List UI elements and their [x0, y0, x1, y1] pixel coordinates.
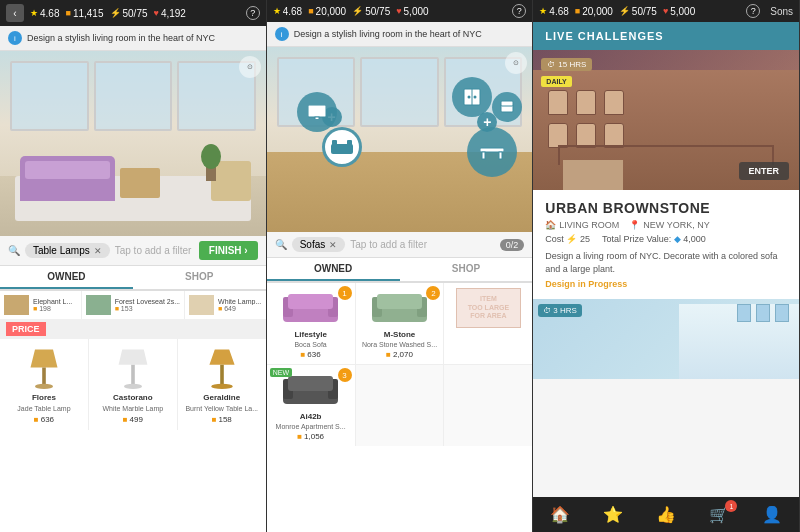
- star-icon: ★: [30, 8, 38, 18]
- shop-section-1: PRICE Flores Jade Table Lamp ■ 636: [0, 319, 266, 532]
- room-table: [120, 168, 160, 198]
- challenge-image-1[interactable]: ⏱ 15 HRS DAILY ENTER: [533, 50, 799, 190]
- back-button[interactable]: ‹: [6, 4, 24, 22]
- chair-selector[interactable]: [492, 92, 522, 122]
- item-price: ■ 649: [218, 305, 262, 312]
- watermark: ⊙: [239, 56, 261, 78]
- owned-row: Elephant L... ■ 198 Forest Loveseat 2s..…: [0, 291, 266, 319]
- item-image: [103, 345, 163, 390]
- challenge-timer-1: ⏱ 15 HRS: [541, 58, 592, 71]
- svg-marker-0: [30, 350, 57, 368]
- item-subname: Boca Sofa: [294, 341, 326, 348]
- nav-item-like[interactable]: 👍: [640, 501, 693, 528]
- help-icon[interactable]: ?: [746, 4, 760, 18]
- heart-icon: ♥: [663, 6, 668, 16]
- challenge-card-2[interactable]: ⏱ 3 HRS: [533, 299, 799, 379]
- topbar-1: ‹ ★ 4.68 ■ 11,415 ⚡ 50/75 ♥ 4,192 ?: [0, 0, 266, 26]
- nav-item-profile[interactable]: 👤: [746, 501, 799, 528]
- profile-icon: 👤: [762, 505, 782, 524]
- live-challenges-header: LIVE CHALLENGES: [533, 22, 799, 50]
- building-windows: [548, 90, 784, 148]
- svg-rect-10: [332, 140, 337, 148]
- coin-icon: ■: [65, 8, 70, 18]
- sofa-item-too-large[interactable]: ITEMTOO LARGEFOR AREA: [444, 283, 532, 364]
- window-row: [548, 90, 784, 115]
- finish-button[interactable]: FINISH ›: [199, 241, 258, 260]
- tv-selector[interactable]: [297, 92, 337, 132]
- stat-stars: ★ 4.68: [539, 6, 568, 17]
- star-icon: ★: [539, 6, 547, 16]
- list-item[interactable]: Elephant L... ■ 198: [0, 291, 81, 319]
- item-name: M-Stone: [384, 330, 416, 339]
- location: 📍 NEW YORK, NY: [629, 220, 709, 230]
- new-badge: NEW: [270, 368, 292, 377]
- item-info: White Lamp... ■ 649: [218, 298, 262, 312]
- search-tag-1[interactable]: Table Lamps ✕: [25, 243, 110, 258]
- sofa-image: [367, 288, 432, 328]
- room-image-2[interactable]: +: [267, 47, 533, 232]
- stat-energy: ⚡ 50/75: [619, 6, 657, 17]
- challenge-meta: 🏠 LIVING ROOM 📍 NEW YORK, NY: [545, 220, 787, 230]
- tab-owned-2[interactable]: OWNED: [267, 258, 400, 281]
- search-tag-2[interactable]: Sofas ✕: [292, 237, 346, 252]
- ch2-window: [756, 304, 770, 322]
- item-thumb: [86, 295, 111, 315]
- lightning-icon: ⚡: [619, 6, 630, 16]
- remove-tag-btn[interactable]: ✕: [94, 246, 102, 256]
- item-price: ■ 198: [33, 305, 77, 312]
- svg-rect-11: [347, 140, 352, 148]
- filter-placeholder[interactable]: Tap to add a filter: [350, 239, 495, 250]
- nav-item-home[interactable]: 🏠: [533, 501, 586, 528]
- enter-button[interactable]: ENTER: [739, 162, 790, 180]
- svg-point-8: [211, 384, 233, 389]
- help-icon[interactable]: ?: [512, 4, 526, 18]
- sofa-item[interactable]: 1 Lifestyle Boca Sofa ■ 636: [267, 283, 355, 364]
- star-icon: ★: [273, 6, 281, 16]
- svg-point-5: [124, 384, 142, 389]
- room-image-1[interactable]: ⊙: [0, 51, 266, 236]
- prize-diamond-icon: ◆: [674, 234, 681, 244]
- sofa-item[interactable]: 2 M-Stone Nora Stone Washed S... ■ 2,070: [356, 283, 444, 364]
- cost-coin-icon: ⚡: [566, 234, 577, 244]
- clock-icon: ⏱: [543, 306, 551, 315]
- item-name: Ai42b: [300, 412, 322, 421]
- tab-shop-1[interactable]: SHOP: [133, 266, 266, 289]
- help-icon[interactable]: ?: [246, 6, 260, 20]
- shop-item[interactable]: Castorano White Marble Lamp ■ 499: [89, 339, 177, 430]
- shop-item[interactable]: Geraldine Burnt Yellow Table La... ■ 158: [178, 339, 266, 430]
- shop-grid-1: Flores Jade Table Lamp ■ 636 Castorano: [0, 339, 266, 430]
- coin-icon: ■: [301, 350, 306, 359]
- shop-item[interactable]: Flores Jade Table Lamp ■ 636: [0, 339, 88, 430]
- like-icon: 👍: [656, 505, 676, 524]
- item-thumb: [189, 295, 214, 315]
- owned-sofas-section: 1 Lifestyle Boca Sofa ■ 636: [267, 283, 533, 532]
- filter-placeholder[interactable]: Tap to add a filter: [115, 245, 194, 256]
- svg-rect-26: [288, 294, 333, 309]
- svg-rect-22: [315, 117, 319, 119]
- search-area-2: 🔍 Sofas ✕ Tap to add a filter 0/2: [267, 232, 533, 258]
- coin-icon: ■: [297, 432, 302, 441]
- sofa-selector[interactable]: [322, 127, 362, 167]
- window-left: [10, 61, 89, 131]
- cabinet-selector[interactable]: [452, 77, 492, 117]
- remove-tag-btn[interactable]: ✕: [329, 240, 337, 250]
- window-center: [94, 61, 173, 131]
- lightning-icon: ⚡: [110, 8, 121, 18]
- tv-icon: [308, 105, 326, 119]
- tab-owned-1[interactable]: OWNED: [0, 266, 133, 289]
- item-badge: 1: [338, 286, 352, 300]
- nav-item-star[interactable]: ⭐: [586, 501, 639, 528]
- tab-shop-2[interactable]: SHOP: [400, 258, 533, 281]
- sofa-item[interactable]: NEW 3 Ai42b Monroe Apartment S... ■ 1,05…: [267, 365, 355, 446]
- table-selector[interactable]: [467, 127, 517, 177]
- item-subname: Nora Stone Washed S...: [362, 341, 437, 348]
- prize-label: Total Prize Value: ◆ 4,000: [602, 234, 706, 244]
- cart-icon: 🛒: [709, 505, 729, 524]
- list-item[interactable]: Forest Loveseat 2s... ■ 153: [82, 291, 184, 319]
- progress-label: Design in Progress: [545, 279, 787, 289]
- sofa-illustration: [367, 289, 432, 327]
- list-item[interactable]: White Lamp... ■ 649: [185, 291, 266, 319]
- challenges-list: ⏱ 15 HRS DAILY ENTER URBAN BROWNSTONE 🏠 …: [533, 50, 799, 497]
- nav-item-cart[interactable]: 🛒: [693, 501, 746, 528]
- item-image: [192, 345, 252, 390]
